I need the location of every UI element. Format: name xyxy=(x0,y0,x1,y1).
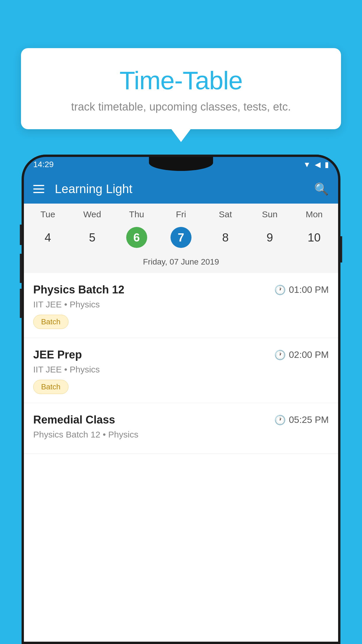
day-sat: Sat xyxy=(203,209,247,219)
phone-frame: 14:29 ▼ ◀ ▮ Learning Light 🔍 Tue Wed Thu… xyxy=(23,155,339,644)
day-wed: Wed xyxy=(70,209,114,219)
schedule-subtitle-1: IIT JEE • Physics xyxy=(33,300,329,309)
date-10[interactable]: 10 xyxy=(292,224,336,251)
schedule-item-remedial[interactable]: Remedial Class 🕐 05:25 PM Physics Batch … xyxy=(23,403,339,454)
time-value-2: 02:00 PM xyxy=(289,349,329,360)
tooltip-card: Time-Table track timetable, upcoming cla… xyxy=(21,48,341,129)
app-bar: Learning Light 🔍 xyxy=(23,174,339,204)
schedule-time-1: 🕐 01:00 PM xyxy=(274,284,329,295)
tooltip-title: Time-Table xyxy=(36,66,326,95)
date-5[interactable]: 5 xyxy=(70,224,114,251)
schedule-time-2: 🕐 02:00 PM xyxy=(274,349,329,360)
batch-tag-2: Batch xyxy=(33,380,68,394)
schedule-title-1: Physics Batch 12 xyxy=(33,284,124,296)
time-value-1: 01:00 PM xyxy=(289,284,329,295)
date-4[interactable]: 4 xyxy=(26,224,70,251)
date-8[interactable]: 8 xyxy=(203,224,247,251)
schedule-item-jee-prep[interactable]: JEE Prep 🕐 02:00 PM IIT JEE • Physics Ba… xyxy=(23,338,339,403)
schedule-title-3: Remedial Class xyxy=(33,414,115,426)
time-value-3: 05:25 PM xyxy=(289,414,329,425)
clock-icon-2: 🕐 xyxy=(274,349,286,360)
schedule-item-header-2: JEE Prep 🕐 02:00 PM xyxy=(33,349,329,361)
calendar-dates[interactable]: 4 5 6 7 8 9 10 xyxy=(23,222,339,256)
phone-content: Tue Wed Thu Fri Sat Sun Mon 4 5 6 7 8 9 … xyxy=(23,204,339,644)
schedule-item-physics-batch[interactable]: Physics Batch 12 🕐 01:00 PM IIT JEE • Ph… xyxy=(23,273,339,338)
schedule-subtitle-2: IIT JEE • Physics xyxy=(33,365,329,374)
schedule-title-2: JEE Prep xyxy=(33,349,82,361)
day-sun: Sun xyxy=(247,209,292,219)
selected-date-label: Friday, 07 June 2019 xyxy=(23,256,339,273)
clock-icon-1: 🕐 xyxy=(274,284,286,295)
schedule-item-header-1: Physics Batch 12 🕐 01:00 PM xyxy=(33,284,329,296)
status-bar: 14:29 ▼ ◀ ▮ xyxy=(23,155,339,174)
schedule-subtitle-3: Physics Batch 12 • Physics xyxy=(33,430,329,440)
date-6[interactable]: 6 xyxy=(115,224,159,251)
schedule-list: Physics Batch 12 🕐 01:00 PM IIT JEE • Ph… xyxy=(23,273,339,454)
day-mon: Mon xyxy=(292,209,336,219)
status-icons: ▼ ◀ ▮ xyxy=(303,160,329,169)
day-thu: Thu xyxy=(115,209,159,219)
batch-tag-1: Batch xyxy=(33,315,68,329)
date-7[interactable]: 7 xyxy=(159,224,203,251)
clock-icon-3: 🕐 xyxy=(274,414,286,426)
signal-icon: ◀ xyxy=(315,160,321,169)
calendar-strip[interactable]: Tue Wed Thu Fri Sat Sun Mon 4 5 6 7 8 9 … xyxy=(23,204,339,273)
status-time: 14:29 xyxy=(33,160,54,169)
day-fri: Fri xyxy=(159,209,203,219)
menu-button[interactable] xyxy=(33,185,44,193)
calendar-days-header: Tue Wed Thu Fri Sat Sun Mon xyxy=(23,204,339,222)
date-9[interactable]: 9 xyxy=(247,224,292,251)
wifi-icon: ▼ xyxy=(303,160,311,169)
app-title: Learning Light xyxy=(55,182,304,196)
day-tue: Tue xyxy=(26,209,70,219)
tooltip-subtitle: track timetable, upcoming classes, tests… xyxy=(36,101,326,113)
battery-icon: ▮ xyxy=(325,160,329,169)
schedule-item-header-3: Remedial Class 🕐 05:25 PM xyxy=(33,414,329,426)
schedule-time-3: 🕐 05:25 PM xyxy=(274,414,329,426)
search-icon[interactable]: 🔍 xyxy=(314,182,329,196)
